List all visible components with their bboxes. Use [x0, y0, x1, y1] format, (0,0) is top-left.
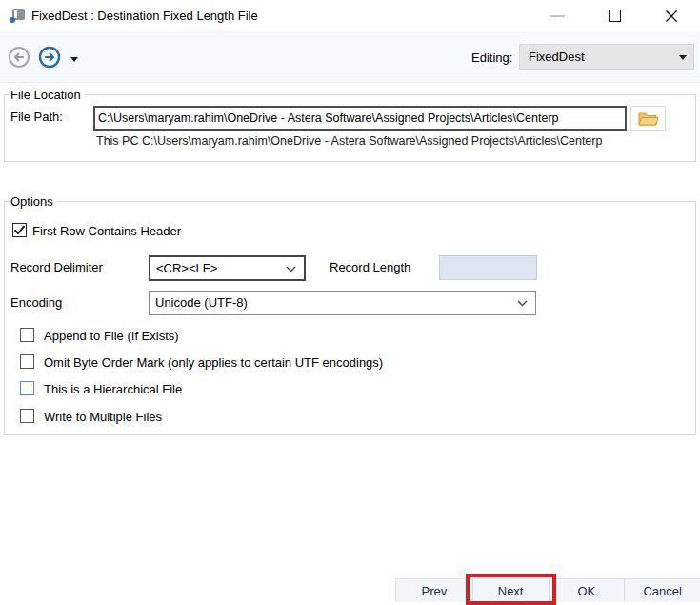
editing-object-select[interactable]: FixedDest [519, 44, 694, 70]
file-location-group: File Location File Path: This PC C:\User… [4, 94, 696, 162]
minimize-icon [550, 15, 565, 17]
chevron-down-icon [286, 266, 296, 272]
hierarchical-file-checkbox[interactable] [20, 381, 34, 395]
hierarchical-file-label: This is a Hierarchical File [44, 382, 182, 396]
window-title: FixedDest : Destination Fixed Length Fil… [31, 9, 258, 23]
options-group-label: Options [10, 194, 57, 209]
toolbar: Editing: FixedDest [0, 31, 700, 83]
close-icon [665, 10, 678, 23]
folder-icon [638, 111, 659, 127]
write-multiple-files-checkbox[interactable] [20, 409, 34, 423]
chevron-down-icon [679, 55, 687, 60]
close-button[interactable] [643, 0, 700, 31]
file-path-input[interactable] [93, 106, 627, 131]
omit-bom-label: Omit Byte Order Mark (only applies to ce… [44, 355, 383, 370]
footer-button-bar: Prev Next OK Cancel [395, 578, 700, 602]
append-to-file-checkbox[interactable] [20, 328, 34, 342]
app-icon-slit [14, 10, 17, 18]
record-length-input [439, 255, 537, 280]
options-group: Options First Row Contains Header Record… [4, 201, 696, 435]
nav-forward-button[interactable] [38, 46, 61, 69]
checkmark-icon [13, 224, 26, 236]
record-delimiter-value: <CR><LF> [156, 261, 217, 275]
editing-label: Editing: [471, 50, 512, 65]
app-icon-dot [10, 17, 15, 23]
write-multiple-files-label: Write to Multiple Files [44, 410, 162, 424]
nav-dropdown-button[interactable] [67, 46, 82, 69]
first-row-header-label: First Row Contains Header [32, 224, 181, 238]
back-arrow-icon [8, 46, 30, 69]
ok-button[interactable]: OK [549, 579, 625, 602]
file-path-label: File Path: [10, 110, 63, 124]
chevron-down-icon [70, 57, 78, 62]
maximize-button[interactable] [586, 0, 643, 31]
cancel-button[interactable]: Cancel [624, 579, 700, 602]
encoding-label: Encoding [10, 295, 62, 310]
window-controls [529, 0, 700, 31]
editing-select-value: FixedDest [529, 50, 585, 64]
maximize-icon [609, 10, 621, 22]
prev-button[interactable]: Prev [396, 579, 472, 602]
first-row-header-checkbox[interactable] [12, 223, 27, 237]
encoding-select[interactable]: Unicode (UTF-8) [149, 291, 536, 315]
omit-bom-checkbox[interactable] [20, 354, 34, 369]
record-length-label: Record Length [330, 260, 410, 274]
forward-arrow-icon [38, 46, 61, 69]
append-to-file-label: Append to File (If Exists) [44, 329, 179, 343]
record-delimiter-label: Record Delimiter [10, 260, 103, 274]
app-icon [10, 8, 26, 23]
file-location-group-label: File Location [10, 88, 85, 102]
nav-back-button[interactable] [8, 46, 30, 69]
resolved-path-text: This PC C:\Users\maryam.rahim\OneDrive -… [96, 134, 698, 148]
dialog-window: FixedDest : Destination Fixed Length Fil… [0, 0, 700, 605]
record-delimiter-select[interactable]: <CR><LF> [149, 255, 306, 281]
browse-folder-button[interactable] [630, 106, 666, 131]
next-button[interactable]: Next [472, 579, 549, 602]
encoding-value: Unicode (UTF-8) [155, 295, 248, 310]
minimize-button[interactable] [529, 0, 586, 31]
titlebar: FixedDest : Destination Fixed Length Fil… [0, 0, 700, 31]
chevron-down-icon [517, 300, 528, 307]
